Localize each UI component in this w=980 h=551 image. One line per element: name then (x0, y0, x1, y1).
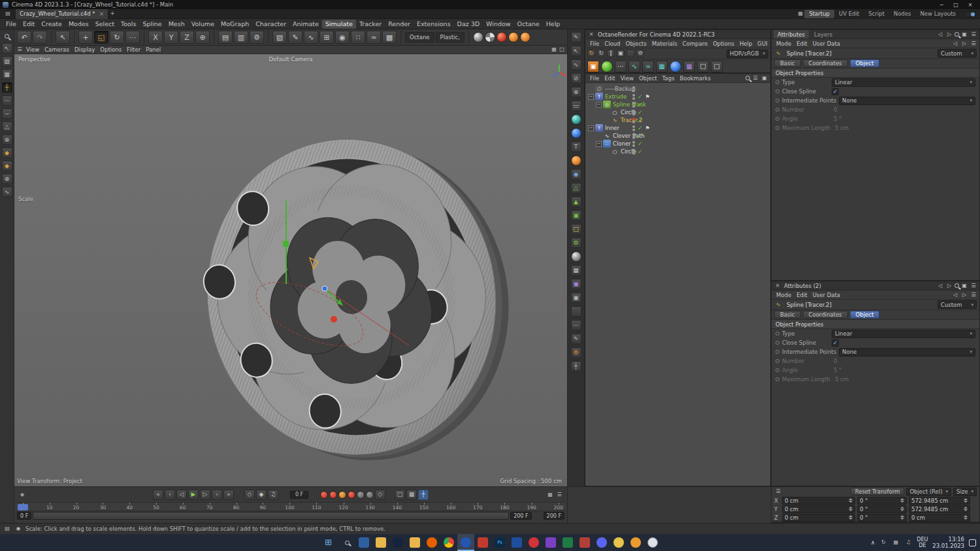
keyframe-dot-icon[interactable] (776, 99, 779, 102)
sketch-icon[interactable] (571, 59, 581, 70)
menu-item[interactable]: Simulate (322, 20, 356, 29)
next-key-button[interactable] (212, 490, 222, 500)
tab-coordinates[interactable]: Coordinates (803, 59, 848, 67)
camera-icon[interactable] (571, 292, 581, 303)
forward-icon[interactable] (960, 40, 968, 48)
edges-mode-button[interactable] (2, 108, 12, 119)
viewport-menu-item[interactable]: Cameras (42, 45, 72, 54)
workplane-mode-button[interactable] (2, 82, 12, 93)
z-position-field[interactable]: 0 cm (782, 514, 855, 522)
octane-menu-item[interactable]: Help (737, 39, 755, 48)
knife-icon[interactable] (571, 334, 581, 344)
tab-attributes[interactable]: Attributes (774, 30, 809, 39)
y-position-field[interactable]: 0 cm (782, 505, 855, 513)
enabled-check-icon[interactable] (638, 109, 643, 116)
minimize-button[interactable] (934, 1, 949, 8)
rotate-tool[interactable] (110, 31, 124, 44)
language-indicator[interactable]: DEUDE (917, 537, 928, 548)
enabled-check-icon[interactable] (638, 101, 643, 108)
octane-chip[interactable]: Octane (405, 32, 434, 42)
model-mode-button[interactable] (2, 56, 12, 67)
menu-item[interactable]: MoGraph (218, 20, 252, 29)
keyframe-mode-icon[interactable] (244, 490, 255, 500)
size-dropdown[interactable]: Size (953, 488, 977, 496)
otoy-icon[interactable] (520, 32, 531, 42)
lock-icon[interactable] (760, 74, 768, 82)
keyframe-selection-icon[interactable] (375, 490, 385, 500)
object-tree-row[interactable]: Cloner (585, 140, 770, 148)
layout-tab-uv-edit[interactable]: UV Edit (834, 10, 864, 17)
record-scale-toggle[interactable] (338, 491, 346, 499)
visibility-dots[interactable] (632, 86, 635, 92)
mograph-button[interactable] (351, 31, 365, 44)
help-icon[interactable] (627, 534, 644, 551)
locked-workplane-button[interactable] (2, 174, 12, 184)
octane-menu-item[interactable]: File (587, 39, 602, 48)
photoshop-icon[interactable]: Ps (491, 534, 508, 551)
menu-item[interactable]: Window (483, 20, 514, 29)
range-start-field[interactable]: 0 F (17, 512, 31, 520)
viewport-menu-item[interactable]: View (24, 45, 42, 54)
plane-icon[interactable] (571, 101, 581, 111)
tab-coordinates[interactable]: Coordinates (803, 311, 848, 319)
lock-z-axis-button[interactable] (180, 31, 194, 44)
viewport-menu-item[interactable]: Display (72, 45, 97, 54)
last-used-tools[interactable] (125, 31, 140, 44)
search-button[interactable] (338, 534, 355, 551)
lock-y-axis-button[interactable] (164, 31, 178, 44)
enabled-check-icon[interactable] (638, 93, 643, 100)
key-interpolation-icon[interactable] (256, 490, 267, 500)
points-mode-button[interactable] (2, 95, 12, 106)
enabled-check-icon[interactable] (638, 148, 643, 155)
visibility-dots[interactable] (632, 141, 635, 147)
document-end-field[interactable]: 200 F (544, 512, 564, 520)
gear-orange-icon[interactable] (571, 347, 581, 358)
menu-item[interactable]: Create (38, 20, 65, 29)
coordinate-mode-dropdown[interactable]: Object (Rel) (906, 488, 951, 496)
octane-material-icon[interactable] (601, 61, 613, 72)
back-icon[interactable] (951, 40, 959, 48)
goto-end-button[interactable] (223, 490, 234, 500)
range-end-field[interactable]: 200 F (510, 512, 531, 520)
menu-item[interactable]: Extensions (414, 20, 454, 29)
octane-node-icon[interactable] (629, 61, 640, 72)
z-size-field[interactable]: 0 cm (909, 514, 970, 522)
octane-logo-icon[interactable] (497, 32, 507, 42)
scale-tool[interactable] (94, 31, 108, 44)
plastic-chip[interactable]: Plastic, (436, 32, 465, 42)
stepper[interactable] (847, 515, 853, 520)
layout-tab-nodes[interactable]: Nodes (889, 10, 916, 17)
octane-icon[interactable] (474, 534, 491, 551)
record-keyframe-button[interactable] (320, 491, 328, 499)
object-tree-row[interactable]: Circle (585, 148, 770, 155)
coordinate-system-button[interactable] (195, 31, 210, 44)
octane-settings-icon[interactable] (636, 50, 644, 57)
undo-button[interactable] (17, 31, 31, 44)
menu-item[interactable]: Animate (289, 20, 322, 29)
object-tree-row[interactable]: Spline Mask (585, 101, 770, 108)
gear-green-icon[interactable] (571, 238, 581, 248)
restart-render-icon[interactable] (587, 50, 595, 57)
close-icon[interactable] (774, 282, 781, 290)
next-frame-button[interactable] (200, 490, 210, 500)
cubes-icon[interactable] (571, 210, 581, 221)
dots-icon[interactable] (571, 320, 581, 330)
layout-tab-script[interactable]: Script (864, 10, 889, 17)
autokey-toggle[interactable] (418, 490, 429, 500)
object-label[interactable]: Inner (605, 125, 619, 131)
move-tool[interactable] (78, 31, 93, 44)
viewport-canvas[interactable]: Perspective Default Camera Scale View Tr… (14, 54, 567, 486)
x-rotation-field[interactable]: 0 ° (857, 497, 907, 505)
timeline-menu-icon[interactable] (555, 491, 563, 499)
chrome-icon[interactable] (440, 534, 457, 551)
menu-item[interactable]: Tools (118, 20, 139, 29)
x-size-field[interactable]: 572.9485 cm (909, 497, 970, 505)
viewport-menu-item[interactable]: Options (97, 45, 124, 54)
cube-yellow-icon[interactable] (571, 224, 581, 234)
enabled-check-icon[interactable] (638, 140, 643, 147)
lock-icon[interactable] (960, 282, 968, 290)
menu-item[interactable]: Mesh (165, 20, 188, 29)
octane-region-icon[interactable] (697, 61, 709, 72)
play-button[interactable] (188, 490, 199, 500)
history-back-icon[interactable] (936, 31, 944, 39)
